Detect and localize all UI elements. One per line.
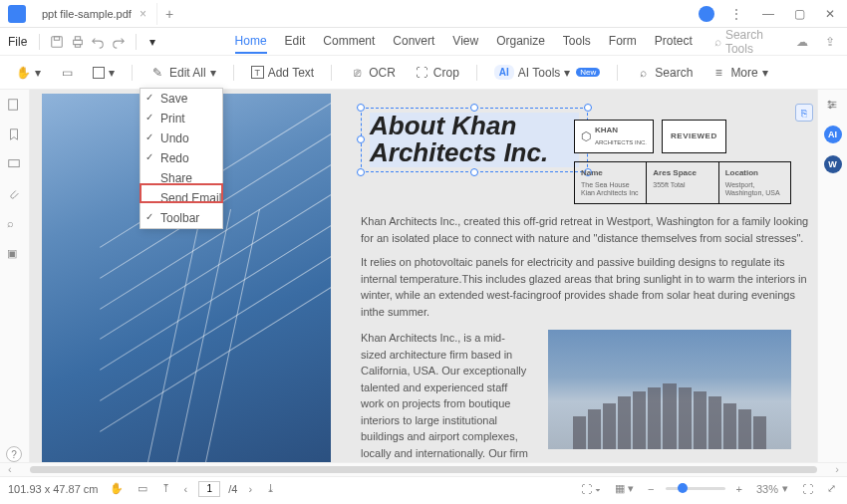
file-menu[interactable]: File <box>8 35 27 49</box>
minimize-button[interactable]: — <box>758 5 778 23</box>
fit-mode-button[interactable]: ⛶ ▾ <box>578 483 604 495</box>
scroll-right-icon[interactable]: › <box>835 463 839 475</box>
zoom-out-button[interactable]: − <box>645 483 657 495</box>
fullscreen-icon[interactable]: ⤢ <box>824 482 839 495</box>
user-avatar[interactable] <box>699 6 714 22</box>
ai-tools-button[interactable]: AIAI Tools ▾New <box>489 62 605 83</box>
print-icon[interactable] <box>69 33 86 51</box>
menu-item-print[interactable]: ✓Print <box>141 109 222 128</box>
maximize-button[interactable]: ▢ <box>790 5 809 23</box>
svg-rect-5 <box>8 100 17 111</box>
tab-protect[interactable]: Protect <box>655 30 693 54</box>
word-chip-icon[interactable]: W <box>824 155 842 173</box>
menu-item-undo[interactable]: ✓Undo <box>141 128 222 148</box>
document-heading[interactable]: About Khan Architects Inc. <box>370 113 579 167</box>
attachments-icon[interactable] <box>7 187 23 203</box>
body-paragraph: It relies on photovoltaic panels for ele… <box>361 254 817 320</box>
kebab-menu-icon[interactable]: ⋮ <box>726 5 746 23</box>
undo-icon[interactable] <box>90 33 107 51</box>
resize-handle[interactable] <box>357 135 365 143</box>
tab-view[interactable]: View <box>452 30 478 54</box>
save-icon[interactable] <box>48 33 65 51</box>
page-number-input[interactable] <box>198 481 220 497</box>
menu-item-send-email[interactable]: Send Email <box>141 188 222 208</box>
tab-form[interactable]: Form <box>609 30 637 54</box>
close-window-button[interactable]: ✕ <box>821 5 839 23</box>
more-icon: ≡ <box>710 65 726 81</box>
hand-icon: ✋ <box>15 65 31 81</box>
tab-home[interactable]: Home <box>235 30 267 54</box>
crop-icon: ⛶ <box>414 65 429 81</box>
prev-page-button[interactable]: ‹ <box>181 483 191 495</box>
hand-icon[interactable]: ✋ <box>107 482 127 495</box>
more-button[interactable]: ≡More ▾ <box>706 62 772 84</box>
svg-point-8 <box>831 104 833 106</box>
shape-tool[interactable]: ▾ <box>88 63 120 83</box>
thumbnails-icon[interactable] <box>7 98 23 114</box>
scroll-left-icon[interactable]: ‹ <box>8 463 12 475</box>
tab-tools[interactable]: Tools <box>563 30 591 54</box>
search-icon: ⌕ <box>714 35 721 49</box>
tab-title: ppt file-sample.pdf <box>42 8 132 20</box>
resize-handle[interactable] <box>584 104 592 112</box>
zoom-in-button[interactable]: + <box>733 483 745 495</box>
quick-access-menu: ✓Save ✓Print ✓Undo ✓Redo Share Send Emai… <box>140 88 223 229</box>
properties-icon[interactable] <box>825 98 841 114</box>
hand-tool[interactable]: ✋▾ <box>10 62 46 84</box>
reading-mode-icon[interactable]: ⛶ <box>799 483 816 495</box>
quick-access-dropdown[interactable]: ▾ <box>144 33 161 51</box>
annotations-icon[interactable] <box>7 157 23 173</box>
fields-icon[interactable]: ▣ <box>7 247 23 263</box>
tab-comment[interactable]: Comment <box>323 30 375 54</box>
edit-all-button[interactable]: ✎Edit All ▾ <box>144 62 221 84</box>
document-tab[interactable]: ppt file-sample.pdf × <box>32 3 157 25</box>
tab-convert[interactable]: Convert <box>393 30 434 54</box>
bookmark-icon[interactable] <box>7 127 23 143</box>
resize-handle[interactable] <box>357 168 365 176</box>
select-tool[interactable]: ▭ <box>54 62 80 84</box>
body-paragraph: Khan Architects Inc., created this off-g… <box>361 213 817 246</box>
last-page-button[interactable]: ⤓ <box>263 482 278 495</box>
zoom-slider[interactable] <box>666 487 725 490</box>
zoom-slider-thumb[interactable] <box>678 483 688 493</box>
secondary-image <box>548 330 791 449</box>
menu-item-toolbar[interactable]: ✓Toolbar <box>141 208 222 228</box>
tab-edit[interactable]: Edit <box>285 30 306 54</box>
first-page-button[interactable]: ⤒ <box>158 482 173 495</box>
add-text-button[interactable]: TAdd Text <box>246 63 319 83</box>
scroll-thumb[interactable] <box>30 466 817 473</box>
left-sidebar: ⌕ ▣ <box>0 90 30 462</box>
redo-icon[interactable] <box>111 33 128 51</box>
svg-rect-4 <box>75 44 80 47</box>
menu-item-redo[interactable]: ✓Redo <box>141 148 222 168</box>
tab-organize[interactable]: Organize <box>496 30 545 54</box>
help-button[interactable]: ? <box>6 446 22 462</box>
search-panel-icon[interactable]: ⌕ <box>7 217 23 233</box>
next-page-button[interactable]: › <box>245 483 255 495</box>
resize-handle[interactable] <box>470 104 478 112</box>
crop-button[interactable]: ⛶Crop <box>409 62 464 84</box>
ai-chip-icon[interactable]: AI <box>824 126 842 143</box>
close-tab-icon[interactable]: × <box>140 7 146 21</box>
search-tools[interactable]: ⌕ Search Tools <box>714 28 789 56</box>
search-button[interactable]: ⌕Search <box>630 62 698 84</box>
share-icon[interactable]: ⇪ <box>821 33 839 51</box>
select-mode-icon[interactable]: ▭ <box>135 482 150 495</box>
ribbon-tabs: Home Edit Comment Convert View Organize … <box>235 30 693 54</box>
selected-text-frame[interactable]: About Khan Architects Inc. <box>361 108 588 172</box>
search-tools-placeholder: Search Tools <box>725 28 789 56</box>
page-total: /4 <box>228 483 237 495</box>
menu-item-save[interactable]: ✓Save <box>141 89 222 109</box>
info-card: NameThe Sea House Kian Architects Inc Ar… <box>574 161 791 204</box>
resize-handle[interactable] <box>470 168 478 176</box>
layout-mode-button[interactable]: ▦ ▾ <box>612 482 637 495</box>
new-tab-button[interactable]: + <box>165 6 173 22</box>
svg-rect-1 <box>54 36 59 40</box>
menu-item-share[interactable]: Share <box>141 168 222 188</box>
horizontal-scrollbar[interactable]: ‹ › <box>0 462 847 476</box>
square-icon <box>93 67 105 79</box>
resize-handle[interactable] <box>357 104 365 112</box>
zoom-value[interactable]: 33% ▾ <box>753 482 791 495</box>
cloud-upload-icon[interactable]: ☁ <box>793 33 811 51</box>
ocr-button[interactable]: ⎚OCR <box>344 62 401 84</box>
